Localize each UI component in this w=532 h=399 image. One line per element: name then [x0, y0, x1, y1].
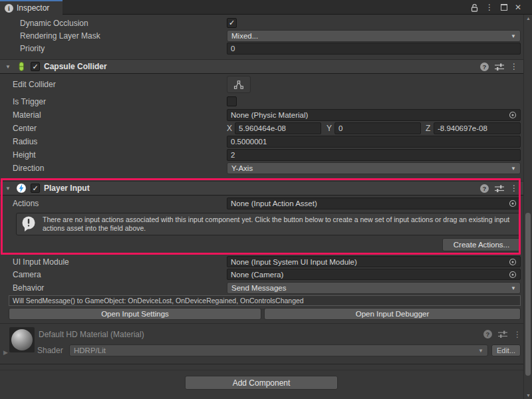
- inspector-info-icon: i: [5, 4, 13, 13]
- scroll-up-icon[interactable]: ▲: [524, 16, 532, 21]
- player-input-header[interactable]: ▼ ✓ Player Input ? ⋮: [0, 181, 523, 196]
- shader-value: HDRP/Lit: [74, 346, 106, 354]
- player-input-enabled-checkbox[interactable]: ✓: [31, 184, 40, 193]
- presets-icon[interactable]: [498, 330, 507, 338]
- edit-collider-label: Edit Collider: [13, 78, 56, 90]
- shader-dropdown[interactable]: HDRP/Lit ▼: [69, 344, 488, 356]
- open-input-debugger-button[interactable]: Open Input Debugger: [264, 308, 521, 320]
- divider: [0, 323, 523, 324]
- capsule-collider-enabled-checkbox[interactable]: ✓: [31, 62, 40, 71]
- center-y-input[interactable]: 0: [334, 122, 421, 134]
- unlock-icon[interactable]: [471, 3, 478, 12]
- presets-icon[interactable]: [495, 63, 504, 71]
- dynamic-occlusion-checkbox[interactable]: ✓: [227, 18, 237, 28]
- capsule-collider-icon: [16, 61, 27, 72]
- kebab-menu-icon[interactable]: ⋮: [513, 331, 521, 338]
- radius-label: Radius: [13, 136, 37, 148]
- open-input-settings-button[interactable]: Open Input Settings: [9, 308, 261, 320]
- camera-value: None (Camera): [231, 271, 283, 279]
- object-picker-icon[interactable]: [509, 258, 517, 266]
- edit-collider-icon: [233, 79, 245, 90]
- inspector-window: i Inspector ⋮ ✕ Dynamic Occlusion ✓ Rend…: [0, 0, 532, 399]
- center-x-input[interactable]: 5.960464e-08: [235, 122, 321, 134]
- behavior-dropdown[interactable]: Send Messages ▼: [227, 282, 521, 294]
- help-icon[interactable]: ?: [483, 330, 492, 338]
- scrollbar-thumb[interactable]: [525, 213, 531, 376]
- send-message-info-text: Will SendMessage() to GameObject: OnDevi…: [13, 297, 304, 305]
- radius-input[interactable]: 0.5000001: [227, 136, 521, 148]
- no-actions-helpbox: There are no input actions associated wi…: [16, 213, 521, 235]
- add-component-button[interactable]: Add Component: [185, 376, 338, 390]
- tab-menu-icon[interactable]: ⋮: [485, 3, 493, 11]
- actions-objectfield[interactable]: None (Input Action Asset): [227, 198, 521, 209]
- material-sphere-preview: [11, 329, 33, 350]
- add-component-label: Add Component: [233, 378, 291, 388]
- foldout-open-icon[interactable]: ▼: [4, 64, 12, 70]
- rendering-layer-mask-dropdown[interactable]: Mixed... ▼: [227, 30, 521, 42]
- direction-dropdown[interactable]: Y-Axis ▼: [227, 162, 521, 174]
- capsule-collider-title: Capsule Collider: [44, 62, 107, 71]
- priority-label: Priority: [20, 43, 45, 55]
- kebab-menu-icon[interactable]: ⋮: [510, 63, 518, 70]
- maximize-icon[interactable]: [501, 4, 507, 11]
- rendering-layer-mask-value: Mixed...: [231, 32, 258, 40]
- presets-icon[interactable]: [495, 184, 504, 193]
- no-actions-help-text: There are no input actions associated wi…: [43, 215, 515, 233]
- collider-material-objectfield[interactable]: None (Physic Material): [227, 109, 521, 121]
- material-header-icons: ? ⋮: [483, 330, 521, 338]
- is-trigger-checkbox[interactable]: [227, 96, 237, 106]
- center-y-label[interactable]: Y: [327, 122, 332, 134]
- direction-label: Direction: [13, 162, 44, 174]
- create-actions-label: Create Actions...: [454, 241, 509, 249]
- close-icon[interactable]: ✕: [515, 3, 521, 11]
- open-input-debugger-label: Open Input Debugger: [356, 310, 430, 318]
- center-z-label[interactable]: Z: [426, 122, 430, 134]
- create-actions-button[interactable]: Create Actions...: [442, 238, 521, 251]
- height-input[interactable]: 2: [227, 149, 521, 161]
- vertical-scrollbar[interactable]: ▲ ▼: [523, 15, 532, 399]
- center-z-value: -8.940697e-08: [438, 124, 487, 132]
- player-input-title: Player Input: [44, 184, 90, 193]
- ui-input-module-objectfield[interactable]: None (Input System UI Input Module): [227, 256, 521, 267]
- dynamic-occlusion-label: Dynamic Occlusion: [20, 17, 88, 29]
- divider: [0, 364, 523, 364]
- help-icon[interactable]: ?: [480, 184, 489, 193]
- priority-input[interactable]: 0: [227, 43, 521, 55]
- collider-material-value: None (Physic Material): [231, 111, 308, 119]
- height-label: Height: [13, 149, 36, 161]
- object-picker-icon[interactable]: [509, 111, 517, 119]
- camera-label: Camera: [13, 269, 41, 281]
- capsule-collider-header[interactable]: ▼ ✓ Capsule Collider ? ⋮: [0, 59, 523, 74]
- object-picker-icon[interactable]: [509, 200, 517, 207]
- behavior-label: Behavior: [13, 282, 44, 294]
- divider: [0, 370, 523, 370]
- player-input-header-icons: ? ⋮: [480, 184, 518, 193]
- center-y-value: 0: [338, 124, 342, 132]
- rendering-layer-mask-label: Rendering Layer Mask: [20, 30, 100, 42]
- center-label: Center: [13, 122, 37, 134]
- material-foldout-closed-icon[interactable]: ▶: [3, 346, 8, 358]
- kebab-menu-icon[interactable]: ⋮: [510, 184, 518, 192]
- actions-label: Actions: [13, 198, 39, 209]
- center-z-input[interactable]: -8.940697e-08: [434, 122, 521, 134]
- tab-bar: i Inspector ⋮ ✕: [0, 0, 532, 15]
- check-icon: ✓: [229, 19, 235, 27]
- scroll-down-icon[interactable]: ▼: [524, 393, 532, 398]
- collider-material-label: Material: [13, 109, 41, 121]
- player-input-icon: [16, 183, 27, 194]
- foldout-open-icon[interactable]: ▼: [4, 186, 12, 192]
- material-preview-thumbnail[interactable]: [9, 327, 35, 352]
- chevron-down-icon: ▼: [511, 33, 516, 39]
- send-message-infobar: Will SendMessage() to GameObject: OnDevi…: [9, 295, 521, 306]
- check-icon: ✓: [32, 63, 38, 70]
- edit-collider-button[interactable]: [227, 76, 251, 93]
- center-x-label[interactable]: X: [227, 122, 232, 134]
- help-icon[interactable]: ?: [480, 63, 489, 71]
- shader-edit-button[interactable]: Edit...: [491, 344, 521, 356]
- tab-inspector[interactable]: i Inspector: [0, 0, 63, 15]
- camera-objectfield[interactable]: None (Camera): [227, 269, 521, 280]
- ui-input-module-value: None (Input System UI Input Module): [231, 258, 357, 266]
- object-picker-icon[interactable]: [509, 271, 517, 279]
- material-title: Default HD Material (Material): [39, 329, 144, 340]
- is-trigger-label: Is Trigger: [13, 96, 46, 108]
